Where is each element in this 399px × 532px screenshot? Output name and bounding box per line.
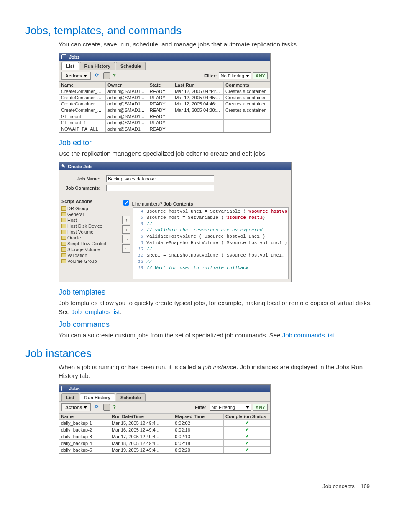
any-button[interactable]: ANY [253,72,268,79]
line-number: 10 [133,246,143,252]
help-icon[interactable]: ? [113,404,118,410]
table-row[interactable]: daily_backup-1Mar 15, 2005 12:49:4...0:0… [59,420,270,427]
actions-button[interactable]: Actions [61,403,91,411]
table-row[interactable]: daily_backup-4Mar 18, 2005 12:49:4...0:0… [59,440,270,447]
column-header[interactable]: Elapsed Time [173,414,224,420]
column-header[interactable]: Last Run [173,82,224,88]
jobs-table: NameOwnerStateLast RunComments CreateCon… [59,82,270,132]
table-cell: Creates a container [224,101,270,107]
commands-text: You can also create custom jobs from the… [59,332,282,339]
chevron-down-icon [246,75,249,77]
table-cell [173,120,224,126]
code-line: // Validate that resources are as expect… [146,227,287,234]
check-icon: ✔ [245,427,249,432]
column-header[interactable]: State [148,82,173,88]
refresh-icon[interactable]: ⟳ [95,72,101,78]
any-button[interactable]: ANY [253,404,268,411]
table-cell [224,126,270,132]
column-header[interactable]: Run Date/Time [110,414,173,420]
tab-list[interactable]: List [61,393,79,401]
editor-icon: ✎ [61,164,65,169]
tab-run-history[interactable]: Run History [80,393,115,401]
help-icon[interactable]: ? [113,72,118,78]
column-header[interactable]: Completion Status [224,414,270,420]
table-cell: Mar 12, 2005 04:46:... [173,101,224,107]
heading-job-commands: Job commands [59,320,374,329]
table-row[interactable]: daily_backup-5Mar 19, 2005 12:49:4...0:0… [59,447,270,453]
code-editor[interactable]: 45678910111213 $source_hostvol_unc1 = Se… [133,207,289,279]
table-row[interactable]: CreateContainer_...admin@SMAD1...READYMa… [59,95,270,101]
table-cell: daily_backup-4 [59,440,110,447]
refresh-icon[interactable]: ⟳ [95,404,101,410]
table-row[interactable]: GL mountadmin@SMAD1...READY [59,113,270,120]
table-cell: admin@SMAD1 [105,126,148,132]
code-line: // [146,221,287,227]
tab-run-history[interactable]: Run History [80,62,115,70]
folder-item[interactable]: Oracle [61,235,116,241]
link-job-commands-list[interactable]: Job commands list [282,332,334,339]
folder-item[interactable]: Host [61,217,116,223]
line-number: 9 [133,240,143,246]
job-name-input[interactable] [106,175,214,182]
hist-titlebar: Jobs [59,385,270,392]
tab-schedule[interactable]: Schedule [116,62,146,70]
table-row[interactable]: NOWAIT_FA_ALLadmin@SMAD1READY [59,126,270,132]
table-row[interactable]: daily_backup-3Mar 17, 2005 12:49:4...0:0… [59,433,270,440]
table-row[interactable]: CreateContainer_...admin@SMAD1...READYMa… [59,107,270,113]
folder-item[interactable]: Script Flow Control [61,241,116,247]
table-cell: GL mount [59,113,106,120]
actions-button[interactable]: Actions [61,72,91,80]
print-icon[interactable] [103,72,110,79]
para-instances: When a job is running or has been run, i… [59,362,374,380]
script-actions-header: Script Actions [61,199,116,204]
move-left-button[interactable]: ← [122,244,130,253]
move-up-button[interactable]: ↑ [122,216,130,224]
tab-schedule[interactable]: Schedule [116,393,146,401]
tab-list[interactable]: List [61,62,79,70]
filter-label: Filter: [204,73,217,78]
inst-text-italic: job instance [203,363,236,370]
line-numbers-input[interactable] [123,200,129,206]
code-line: $source_hostvol_unc1 = SetVariable ( %so… [146,208,287,215]
folder-item[interactable]: Validation [61,252,116,258]
code-line: // [146,246,287,252]
job-name-label: Job Name: [63,175,103,183]
page-number: 169 [361,483,370,489]
table-cell: READY [148,95,173,101]
filter-select[interactable]: No Filtering [210,404,251,411]
table-row[interactable]: CreateContainer_...admin@SMAD1...READYMa… [59,101,270,107]
table-cell: admin@SMAD1... [105,113,148,120]
move-right-button[interactable]: → [122,235,130,243]
move-down-button[interactable]: ↓ [122,225,130,234]
table-cell: CreateContainer_... [59,95,106,101]
table-cell: READY [148,107,173,113]
column-header[interactable]: Name [59,414,110,420]
table-cell: Mar 16, 2005 12:49:4... [110,427,173,433]
folder-item[interactable]: Volume Group [61,258,116,264]
job-comments-input[interactable] [106,185,214,191]
para-templates: Job templates allow you to quickly creat… [59,298,374,316]
column-header[interactable]: Name [59,82,106,88]
column-header[interactable]: Owner [105,82,148,88]
print-icon[interactable] [103,404,110,411]
column-header[interactable]: Comments [224,82,270,88]
link-job-templates-list[interactable]: Job templates list [72,308,120,315]
table-cell: Mar 14, 2005 04:30:... [173,107,224,113]
inst-text-a: When a job is running or has been run, i… [59,363,203,370]
table-cell: 0:02:02 [173,420,224,427]
table-row[interactable]: GL mount_1admin@SMAD1...READY [59,120,270,126]
table-row[interactable]: CreateContainer_...admin@SMAD1...READYMa… [59,88,270,95]
folder-item[interactable]: Host Volume [61,229,116,235]
table-cell: READY [148,113,173,120]
line-numbers-checkbox[interactable]: Line numbers? [122,201,164,206]
folder-item[interactable]: Host Disk Device [61,223,116,229]
check-icon: ✔ [245,420,249,425]
table-row[interactable]: daily_backup-2Mar 16, 2005 12:49:4...0:0… [59,427,270,433]
folder-item[interactable]: Storage Volume [61,247,116,252]
filter-select[interactable]: No Filtering [219,72,251,79]
folder-item[interactable]: General [61,211,116,217]
table-cell: ✔ [224,420,270,427]
folder-item[interactable]: DR Group [61,206,116,211]
line-number: 6 [133,221,143,227]
table-cell [173,126,224,132]
